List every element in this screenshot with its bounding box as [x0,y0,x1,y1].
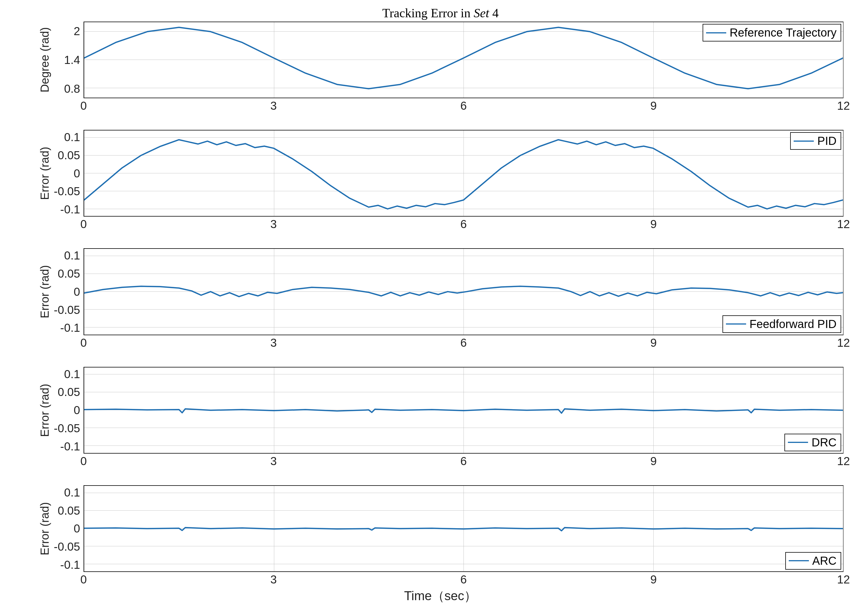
gridline-vertical [843,22,843,98]
x-ticks-row: 036912 [37,98,843,113]
y-tick: -0.1 [60,558,80,571]
series-line [84,486,843,572]
x-tick: 9 [650,218,657,231]
spacer [37,572,84,586]
x-tick: 9 [650,455,657,468]
x-tick: 0 [80,573,87,586]
y-tick: -0.1 [60,321,80,334]
y-tick: 0.05 [58,385,80,399]
legend-swatch [789,560,809,561]
x-tick: 6 [460,573,467,586]
spacer [37,454,84,468]
y-tick: -0.1 [60,440,80,453]
x-tick: 12 [837,99,850,112]
y-ticks: -0.1-0.0500.050.1 [50,130,82,217]
y-tick: 0.05 [58,148,80,162]
plot-row: Error (rad)-0.1-0.0500.050.1Feedforward … [37,248,843,335]
y-tick: -0.05 [54,540,80,553]
y-ticks: -0.1-0.0500.050.1 [50,367,82,454]
y-tick: 1.4 [64,53,80,67]
axes: Feedforward PID [84,248,843,335]
y-axis-label: Error (rad) [37,248,50,335]
axes: DRC [84,367,843,454]
x-tick: 6 [460,455,467,468]
panel-pid: Error (rad)-0.1-0.0500.050.1PID036912 [37,130,843,231]
legend: DRC [785,434,841,451]
x-tick: 12 [837,336,850,349]
x-tick: 6 [460,99,467,112]
y-tick: 0.1 [64,131,80,144]
gridline-vertical [843,367,843,453]
x-ticks-row: 036912 [37,217,843,231]
x-tick: 0 [80,455,87,468]
y-tick: 0.8 [64,82,80,95]
x-ticks: 036912 [84,572,843,586]
panel-ff: Error (rad)-0.1-0.0500.050.1Feedforward … [37,248,843,349]
spacer [37,98,84,113]
y-tick: 0 [74,285,80,298]
x-tick: 3 [270,336,277,349]
title-prefix: Tracking Error in [382,6,473,20]
y-axis-label: Error (rad) [37,485,50,572]
y-axis-label: Error (rad) [37,367,50,454]
plot-row: Error (rad)-0.1-0.0500.050.1ARC [37,485,843,572]
y-tick: -0.05 [54,185,80,198]
y-tick: 0.1 [64,249,80,262]
y-tick: 0 [74,167,80,180]
x-ticks-row: 036912 [37,335,843,350]
y-axis-label: Degree (rad) [37,21,50,98]
x-tick: 12 [837,455,850,468]
y-tick: 0.1 [64,486,80,499]
legend: Feedforward PID [722,315,841,333]
plot-row: Error (rad)-0.1-0.0500.050.1PID [37,130,843,217]
y-tick: -0.05 [54,422,80,434]
legend-swatch [726,323,746,324]
y-tick: 0.05 [58,504,80,517]
x-tick: 3 [270,99,277,112]
y-ticks: 0.81.42 [50,21,82,98]
panel-drc: Error (rad)-0.1-0.0500.050.1DRC036912 [37,367,843,468]
x-ticks: 036912 [84,217,843,231]
x-tick: 6 [460,218,467,231]
x-ticks: 036912 [84,335,843,350]
x-tick: 9 [650,573,657,586]
legend-swatch [706,32,726,34]
panel-ref: Degree (rad)0.81.42Reference Trajectory0… [37,21,843,113]
plot-row: Error (rad)-0.1-0.0500.050.1DRC [37,367,843,454]
x-tick: 12 [837,573,850,586]
legend-label: Feedforward PID [749,318,837,331]
x-ticks: 036912 [84,454,843,468]
legend-label: DRC [812,436,837,449]
y-tick: 0.05 [58,267,80,280]
legend: Reference Trajectory [703,24,841,41]
gridline-vertical [843,249,843,334]
panel-arc: Error (rad)-0.1-0.0500.050.1ARC036912 [37,485,843,586]
panels: Degree (rad)0.81.42Reference Trajectory0… [37,21,843,586]
x-tick: 0 [80,99,87,112]
x-tick: 12 [837,218,850,231]
y-tick: 0.1 [64,367,80,381]
gridline-vertical [843,486,843,572]
title-set: Set [473,6,489,20]
legend: ARC [785,552,841,570]
y-tick: -0.05 [54,303,80,316]
x-axis-label: Time（sec） [37,587,843,604]
y-ticks: -0.1-0.0500.050.1 [50,485,82,572]
axes: Reference Trajectory [84,21,843,98]
gridline-vertical [843,130,843,216]
legend: PID [790,132,841,150]
figure: Tracking Error in Set 4 Degree (rad)0.81… [0,0,855,616]
x-ticks: 036912 [84,98,843,113]
x-tick: 3 [270,218,277,231]
spacer [37,335,84,350]
axes: PID [84,130,843,217]
plot-row: Degree (rad)0.81.42Reference Trajectory [37,21,843,98]
legend-label: Reference Trajectory [730,26,837,39]
series-line [84,367,843,453]
y-ticks: -0.1-0.0500.050.1 [50,248,82,335]
x-tick: 9 [650,336,657,349]
y-tick: 0 [74,404,80,417]
x-tick: 3 [270,573,277,586]
x-tick: 0 [80,336,87,349]
axes: ARC [84,485,843,572]
